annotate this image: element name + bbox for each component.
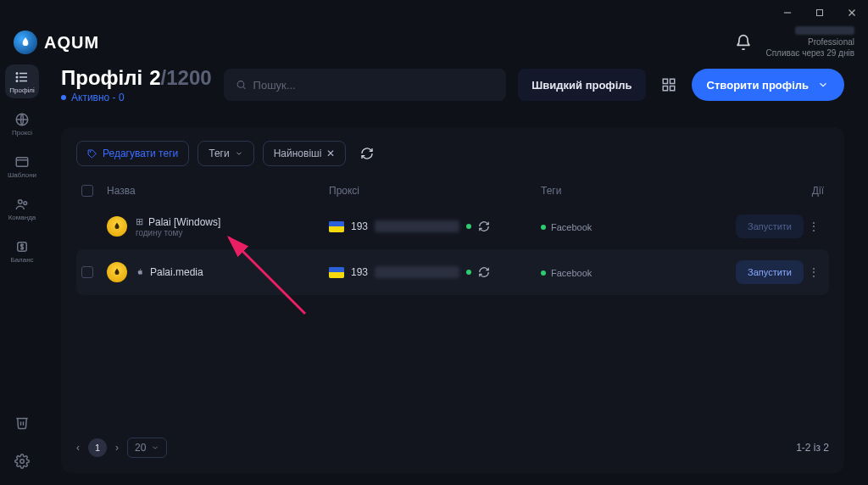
row-more-button[interactable]: ⋮: [804, 220, 824, 232]
sort-label: Найновіші: [274, 148, 322, 159]
sidebar-item-label: Баланс: [10, 256, 33, 264]
refresh-icon: [478, 266, 490, 278]
sidebar-item-label: Проксі: [12, 129, 32, 137]
apple-icon: [136, 267, 145, 278]
svg-rect-12: [16, 157, 28, 166]
gear-icon: [14, 454, 30, 469]
close-icon[interactable]: ✕: [326, 148, 335, 159]
column-proxy: Проксі: [329, 185, 541, 197]
window-maximize-button[interactable]: [812, 5, 827, 20]
profiles-total-count: /1200: [161, 66, 212, 89]
page-next-button[interactable]: ›: [115, 442, 119, 454]
sidebar-item-label: Команда: [8, 214, 36, 221]
sort-pill[interactable]: Найновіші ✕: [263, 141, 347, 166]
window-close-button[interactable]: [844, 5, 860, 20]
main-content: Профілі 2/1200 Активно - 0 Швидкий профі…: [44, 59, 868, 485]
chevron-down-icon: [817, 79, 829, 91]
proxy-cell: 193: [329, 266, 541, 278]
account-expiry: Спливає через 29 днів: [765, 47, 854, 59]
tags-dropdown[interactable]: Теги: [198, 141, 253, 166]
active-dot-icon: [61, 95, 66, 100]
sidebar-trash-button[interactable]: [5, 409, 39, 436]
svg-point-17: [20, 460, 25, 464]
launch-label: Запустити: [748, 267, 792, 277]
edit-tags-button[interactable]: Редагувати теги: [76, 141, 189, 166]
svg-rect-1: [817, 10, 823, 16]
profiles-used-count: 2: [149, 66, 160, 89]
main-header: Профілі 2/1200 Активно - 0 Швидкий профі…: [61, 66, 844, 103]
window-minimize-button[interactable]: [780, 5, 795, 20]
proxy-ip-blurred: [375, 220, 459, 232]
launch-button[interactable]: Запустити: [736, 260, 804, 284]
row-more-button[interactable]: ⋮: [804, 266, 824, 278]
account-info: Professional Спливає через 29 днів: [765, 26, 854, 59]
template-icon: [14, 154, 30, 170]
proxy-ip-prefix: 193: [351, 220, 368, 232]
tags-cell: Facebook: [541, 220, 710, 232]
quick-profile-button[interactable]: Швидкий профіль: [518, 69, 645, 101]
status-dot-icon: [466, 270, 471, 275]
profiles-table-card: Редагувати теги Теги Найновіші ✕ Назва П…: [61, 127, 844, 473]
table-header: Назва Проксі Теги Дії: [76, 178, 829, 203]
svg-point-15: [24, 201, 27, 204]
window-titlebar: [0, 0, 868, 25]
quick-profile-label: Швидкий профіль: [531, 79, 632, 92]
chevron-down-icon: [151, 443, 159, 452]
svg-line-19: [243, 87, 245, 89]
active-count-line: Активно - 0: [61, 92, 212, 103]
account-name-blurred: [795, 26, 854, 35]
brand-logo-icon: [14, 31, 37, 54]
sidebar-item-proxy[interactable]: Проксі: [5, 107, 39, 141]
tags-cell: Facebook: [541, 266, 710, 278]
row-checkbox[interactable]: [81, 266, 93, 278]
svg-point-8: [16, 76, 18, 78]
page-prev-button[interactable]: ‹: [76, 442, 80, 454]
windows-icon: ⊞: [136, 216, 143, 227]
page-size-select[interactable]: 20: [127, 438, 167, 458]
sidebar-item-profiles[interactable]: Профілі: [5, 64, 39, 98]
tag-icon: [87, 148, 97, 159]
proxy-refresh-button[interactable]: [478, 220, 490, 232]
page-size-value: 20: [135, 442, 146, 454]
sidebar-item-balance[interactable]: Баланс: [5, 234, 39, 268]
chevron-down-icon: [235, 149, 243, 158]
table-row[interactable]: ⊞ Palai [Windows] годину тому 193: [76, 203, 829, 249]
edit-tags-label: Редагувати теги: [103, 148, 178, 159]
launch-label: Запустити: [748, 221, 792, 231]
table-row[interactable]: Palai.media 193 Facebook: [76, 249, 829, 295]
tag-chip: Facebook: [541, 222, 592, 232]
page-range-text: 1-2 із 2: [796, 442, 829, 454]
page-number[interactable]: 1: [88, 438, 107, 457]
select-all-checkbox[interactable]: [81, 185, 93, 197]
sidebar-settings-button[interactable]: [5, 448, 39, 475]
layout-toggle-button[interactable]: [654, 69, 683, 101]
profile-avatar-icon: [107, 262, 127, 282]
svg-rect-23: [670, 86, 674, 91]
tags-dropdown-label: Теги: [209, 148, 229, 159]
svg-point-18: [237, 81, 244, 88]
filters-row: Редагувати теги Теги Найновіші ✕: [76, 141, 829, 166]
profile-name: Palai [Windows]: [148, 216, 220, 228]
sidebar-item-team[interactable]: Команда: [5, 192, 39, 226]
name-cell: ⊞ Palai [Windows] годину тому: [107, 216, 329, 237]
search-input[interactable]: [253, 79, 495, 92]
launch-button[interactable]: Запустити: [736, 215, 804, 238]
grid-icon: [661, 77, 676, 92]
sidebar-item-label: Профілі: [9, 86, 34, 94]
sidebar-item-templates[interactable]: Шаблони: [5, 149, 39, 183]
pagination: ‹ 1 › 20 1-2 із 2: [76, 422, 829, 458]
refresh-button[interactable]: [354, 141, 380, 166]
proxy-refresh-button[interactable]: [478, 266, 490, 278]
column-name: Назва: [107, 185, 329, 197]
proxy-ip-blurred: [375, 266, 459, 278]
svg-point-14: [19, 199, 23, 203]
notifications-button[interactable]: [735, 34, 752, 51]
status-dot-icon: [466, 224, 471, 229]
sidebar: Профілі Проксі Шаблони Команда Баланс: [0, 59, 44, 485]
search-box[interactable]: [224, 69, 507, 101]
create-profile-button[interactable]: Створити профіль: [692, 69, 844, 101]
svg-point-9: [16, 80, 18, 81]
globe-icon: [14, 112, 30, 127]
svg-point-7: [16, 72, 18, 74]
brand-block: AQUM: [14, 31, 99, 54]
